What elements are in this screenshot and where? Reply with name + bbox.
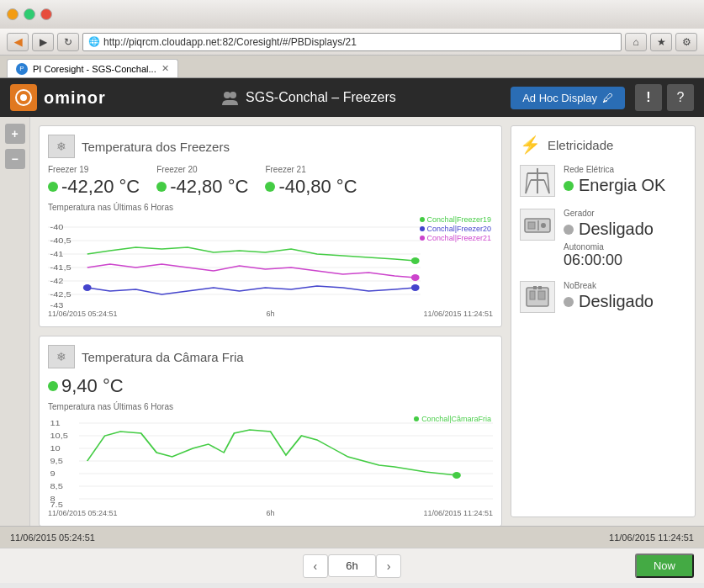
- help-button[interactable]: ?: [667, 84, 694, 111]
- gerador-status: Desligado: [564, 220, 686, 239]
- app-title: SGS-Conchal – Freezers: [246, 90, 396, 105]
- svg-point-20: [411, 274, 420, 281]
- browser-chrome: ◀ ▶ ↻ 🌐 http://piqrcm.cloudapp.net:82/Co…: [0, 0, 704, 78]
- gerador-dot: [564, 225, 574, 235]
- camara-value: 9,40 °C: [48, 375, 493, 397]
- svg-point-1: [20, 94, 27, 101]
- nobreak-status: Desligado: [564, 292, 686, 311]
- electricity-title: Eletricidade: [548, 138, 613, 152]
- active-tab[interactable]: P PI Coresight - SGS-Conchal... ✕: [7, 59, 178, 77]
- camara-icon-symbol: ❄: [56, 350, 66, 363]
- settings-button[interactable]: ⚙: [675, 33, 697, 51]
- rede-section: Rede Elétrica Energia OK: [520, 165, 686, 197]
- address-bar[interactable]: 🌐 http://piqrcm.cloudapp.net:82/Coresigh…: [82, 33, 622, 51]
- freezer-ts-mid: 6h: [266, 310, 274, 318]
- now-button[interactable]: Now: [635, 554, 694, 578]
- remove-button[interactable]: −: [5, 149, 25, 169]
- add-button[interactable]: +: [5, 124, 25, 144]
- rede-dot: [564, 181, 574, 191]
- legend-label-20: Conchal|Freezer20: [427, 225, 491, 233]
- alert-button[interactable]: !: [635, 84, 662, 111]
- freezer-19-label: Freezer 19: [48, 165, 140, 174]
- home-button[interactable]: ⌂: [625, 33, 647, 51]
- bottom-bar-left-time: 11/06/2015 05:24:51: [10, 532, 95, 543]
- minimize-button[interactable]: [7, 8, 19, 20]
- refresh-button[interactable]: ↻: [57, 33, 79, 51]
- svg-text:10: 10: [50, 444, 61, 453]
- electricity-panel: ⚡ Eletricidade: [511, 125, 696, 517]
- camara-dot: [48, 381, 58, 391]
- nobreak-content: NoBreak Desligado: [564, 281, 686, 311]
- legend-dot-20: [420, 226, 425, 231]
- next-button[interactable]: ›: [376, 554, 402, 578]
- freezer-panel-icon: ❄: [48, 135, 75, 158]
- freezer-19-dot: [48, 182, 58, 192]
- svg-text:9,5: 9,5: [50, 457, 63, 465]
- nobreak-label: NoBreak: [564, 281, 686, 290]
- close-button[interactable]: [40, 8, 52, 20]
- autonomy-label: Autonomia: [564, 242, 686, 252]
- electricity-header: ⚡ Eletricidade: [520, 135, 686, 155]
- nobreak-dot: [564, 297, 574, 307]
- freezer-21-value: -40,80 °C: [265, 176, 357, 198]
- legend-item-20: Conchal|Freezer20: [420, 225, 491, 233]
- svg-point-19: [411, 284, 420, 291]
- svg-text:-42,5: -42,5: [50, 290, 71, 299]
- freezer-chart-timestamps: 11/06/2015 05:24:51 6h 11/06/2015 11:24:…: [48, 310, 493, 318]
- svg-text:-43: -43: [50, 301, 63, 308]
- header-center: SGS-Conchal – Freezers: [116, 88, 500, 107]
- svg-text:7,5: 7,5: [50, 501, 63, 507]
- alert-icon: !: [646, 90, 650, 105]
- svg-text:-41,5: -41,5: [50, 263, 71, 272]
- nav-bottom-inner: ‹ 6h › Now: [0, 554, 704, 578]
- nobreak-icon: [520, 281, 555, 313]
- svg-text:-40: -40: [50, 223, 63, 231]
- logo-text: ominor: [44, 88, 106, 108]
- legend-dot-camara: [414, 416, 419, 421]
- camara-panel-title: Temperatura da Câmara Fria: [82, 350, 244, 364]
- back-button[interactable]: ◀: [7, 33, 29, 51]
- legend-dot-19: [420, 217, 425, 222]
- forward-button[interactable]: ▶: [32, 33, 54, 51]
- freezer-19-item: Freezer 19 -42,20 °C: [48, 165, 140, 198]
- tower-svg: [524, 167, 551, 195]
- tab-close-button[interactable]: ✕: [161, 63, 169, 74]
- time-range-button[interactable]: 6h: [328, 554, 375, 577]
- freezer-20-value: -42,80 °C: [156, 176, 248, 198]
- freezer-panel: ❄ Temperatura dos Freezers Freezer 19 -4…: [39, 125, 502, 327]
- svg-text:9: 9: [50, 469, 56, 478]
- freezer-19-value: -42,20 °C: [48, 176, 140, 198]
- freezer-21-label: Freezer 21: [265, 165, 357, 174]
- freezer-chart-container: -40 -40,5 -41 -41,5 -42 -42,5 -43: [48, 215, 493, 308]
- title-bar: [0, 0, 704, 29]
- camara-chart-legend: Conchal|CâmaraFria: [414, 415, 491, 423]
- svg-rect-52: [538, 286, 542, 289]
- url-text: http://piqrcm.cloudapp.net:82/Coresight/…: [103, 36, 357, 48]
- adhoc-display-button[interactable]: Ad Hoc Display 🖊: [511, 87, 625, 109]
- prev-button[interactable]: ‹: [303, 554, 329, 578]
- left-panels: ❄ Temperatura dos Freezers Freezer 19 -4…: [39, 125, 502, 517]
- rede-icon: [520, 165, 555, 197]
- maximize-button[interactable]: [24, 8, 35, 20]
- svg-point-47: [541, 223, 546, 228]
- freezer-ts-end: 11/06/2015 11:24:51: [423, 310, 493, 318]
- tab-bar: P PI Coresight - SGS-Conchal... ✕: [0, 56, 704, 77]
- legend-label-21: Conchal|Freezer21: [427, 234, 491, 242]
- camara-chart-svg: 11 10,5 10 9,5 9 8,5 8 7,5: [48, 415, 493, 507]
- gerador-icon: [520, 209, 555, 241]
- gerador-label: Gerador: [564, 209, 686, 218]
- main-layout: + − ❄ Temperatura dos Freezers Freezer 1…: [0, 117, 704, 526]
- legend-item-21: Conchal|Freezer21: [420, 234, 491, 242]
- camara-chart-container: 11 10,5 10 9,5 9 8,5 8 7,5: [48, 415, 493, 507]
- logo-svg: [14, 88, 33, 107]
- logo-area: ominor: [10, 84, 106, 111]
- nobreak-status-text: Desligado: [579, 292, 654, 311]
- bookmarks-button[interactable]: ★: [650, 33, 672, 51]
- camara-temp: 9,40 °C: [61, 375, 124, 397]
- svg-text:-41: -41: [50, 250, 63, 258]
- legend-item-19: Conchal|Freezer19: [420, 215, 491, 224]
- svg-rect-50: [538, 291, 545, 299]
- camara-ts-start: 11/06/2015 05:24:51: [48, 509, 118, 517]
- freezer-panel-title: Temperatura dos Freezers: [82, 140, 230, 154]
- svg-rect-51: [533, 286, 537, 289]
